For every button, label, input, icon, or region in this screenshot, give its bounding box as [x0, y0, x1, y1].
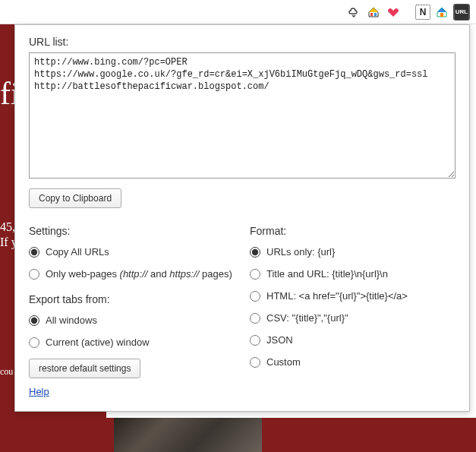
url-list-label: URL list:	[29, 36, 456, 48]
url-badge: URL	[455, 5, 468, 20]
url-list-textarea[interactable]	[29, 52, 456, 179]
radio-only-web[interactable]: Only web-pages (http:// and https:// pag…	[29, 268, 235, 280]
bg-text-num: 45,	[0, 220, 15, 234]
radio-custom-label: Custom	[266, 356, 301, 368]
radio-json-input[interactable]	[250, 335, 260, 346]
radio-json-label: JSON	[266, 334, 293, 346]
radio-all-windows[interactable]: All windows	[29, 315, 235, 326]
radio-current-window-label: Current (active) window	[46, 337, 150, 348]
svg-rect-0	[370, 13, 373, 16]
only-web-suffix: pages)	[199, 268, 232, 280]
radio-copy-all-label: Copy All URLs	[46, 246, 109, 258]
export-heading: Export tabs from:	[29, 293, 235, 305]
only-web-mid: and	[147, 268, 169, 280]
svg-rect-1	[374, 13, 377, 16]
radio-all-windows-label: All windows	[46, 315, 97, 326]
format-heading: Format:	[250, 225, 456, 237]
radio-custom-input[interactable]	[250, 357, 260, 368]
radio-all-windows-input[interactable]	[29, 315, 39, 326]
svg-rect-2	[440, 13, 443, 17]
browser-toolbar: N URL	[0, 0, 476, 24]
notion-icon[interactable]: N	[415, 5, 430, 20]
radio-json[interactable]: JSON	[250, 334, 456, 346]
radio-only-web-input[interactable]	[29, 269, 39, 280]
radio-copy-all[interactable]: Copy All URLs	[29, 246, 235, 258]
radio-title-url-label: Title and URL: {title}\n{url}\n	[266, 268, 388, 280]
cloud-sync-icon[interactable]	[345, 4, 362, 21]
url-extension-icon[interactable]: URL	[453, 4, 470, 21]
radio-title-url[interactable]: Title and URL: {title}\n{url}\n	[250, 268, 456, 280]
radio-current-window-input[interactable]	[29, 337, 39, 348]
radio-copy-all-input[interactable]	[29, 247, 39, 258]
radio-urls-only-input[interactable]	[250, 247, 260, 258]
radio-current-window[interactable]: Current (active) window	[29, 337, 235, 348]
radio-urls-only-label: URLs only: {url}	[266, 246, 335, 258]
format-column: Format: URLs only: {url} Title and URL: …	[250, 225, 456, 378]
bg-text-cou: cou	[0, 366, 13, 378]
home-colored-icon[interactable]	[365, 4, 382, 21]
restore-defaults-button[interactable]: restore default settings	[29, 359, 140, 378]
help-link[interactable]: Help	[29, 386, 49, 397]
radio-html-label: HTML: <a href="{url}">{title}</a>	[266, 290, 408, 302]
radio-html-input[interactable]	[250, 291, 260, 302]
settings-column: Settings: Copy All URLs Only web-pages (…	[29, 225, 235, 378]
radio-urls-only[interactable]: URLs only: {url}	[250, 246, 456, 258]
settings-heading: Settings:	[29, 225, 235, 237]
heart-icon[interactable]	[385, 4, 402, 21]
radio-custom[interactable]: Custom	[250, 356, 456, 368]
home-blue-icon[interactable]	[433, 4, 450, 21]
radio-csv-input[interactable]	[250, 313, 260, 324]
only-web-it2: https://	[169, 268, 199, 280]
radio-csv-label: CSV: "{title}","{url}"	[266, 312, 348, 324]
only-web-prefix: Only web-pages	[46, 268, 120, 280]
radio-title-url-input[interactable]	[250, 269, 260, 280]
only-web-it1: (http://	[120, 268, 148, 280]
page-background-image	[114, 418, 262, 452]
copy-clipboard-button[interactable]: Copy to Clipboard	[29, 188, 121, 208]
extension-popup: URL list: Copy to Clipboard Settings: Co…	[14, 24, 470, 412]
radio-html[interactable]: HTML: <a href="{url}">{title}</a>	[250, 290, 456, 302]
radio-csv[interactable]: CSV: "{title}","{url}"	[250, 312, 456, 324]
radio-only-web-label: Only web-pages (http:// and https:// pag…	[46, 268, 232, 280]
